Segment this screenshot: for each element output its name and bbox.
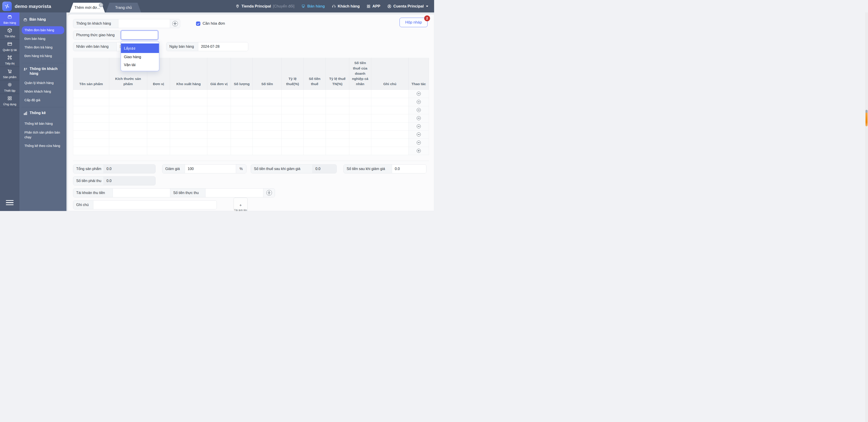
table-cell[interactable] (253, 122, 281, 131)
table-cell[interactable] (109, 147, 147, 155)
remove-row-icon[interactable] (417, 116, 421, 120)
table-cell[interactable] (326, 122, 349, 131)
table-cell[interactable] (73, 98, 109, 106)
table-cell[interactable] (349, 131, 371, 139)
table-cell[interactable] (147, 131, 170, 139)
table-cell[interactable] (349, 98, 371, 106)
table-cell[interactable] (170, 98, 207, 106)
table-cell[interactable] (326, 147, 349, 155)
table-cell[interactable] (73, 106, 109, 114)
table-cell[interactable] (371, 106, 409, 114)
table-cell[interactable] (304, 147, 326, 155)
table-cell[interactable] (371, 90, 409, 98)
table-cell[interactable] (170, 122, 207, 131)
table-cell[interactable] (304, 106, 326, 114)
table-cell[interactable] (207, 139, 230, 147)
sidebar-item[interactable]: Phân tích sản phẩm bán chạy (22, 129, 64, 141)
delivery-method-input[interactable] (121, 31, 158, 39)
upload-image-button[interactable]: + Tải ảnh lên (234, 198, 248, 211)
table-cell[interactable] (281, 90, 304, 98)
table-cell[interactable] (147, 98, 170, 106)
table-cell[interactable] (170, 90, 207, 98)
rail-item-command[interactable]: Tiếp thị (0, 53, 20, 67)
rail-item-cart[interactable]: Sản phẩm (0, 67, 20, 80)
add-row-icon[interactable] (417, 149, 421, 153)
delivery-option[interactable]: Vận tải (121, 61, 159, 69)
add-payment-button[interactable] (263, 189, 275, 197)
table-cell[interactable] (170, 147, 207, 155)
table-cell[interactable] (207, 147, 230, 155)
table-cell[interactable] (349, 147, 371, 155)
table-cell[interactable] (304, 139, 326, 147)
row-action-cell[interactable] (409, 114, 429, 122)
table-cell[interactable] (326, 106, 349, 114)
nav-app[interactable]: APP (367, 4, 380, 9)
table-cell[interactable] (326, 139, 349, 147)
table-cell[interactable] (230, 106, 253, 114)
table-cell[interactable] (349, 139, 371, 147)
sidebar-item[interactable]: Đơn bán hàng (22, 35, 64, 43)
tab-new-order[interactable]: Thêm mới đơ... ✕ (70, 3, 105, 12)
table-cell[interactable] (230, 131, 253, 139)
invoice-checkbox[interactable] (196, 22, 200, 26)
table-cell[interactable] (253, 98, 281, 106)
table-cell[interactable] (230, 90, 253, 98)
table-cell[interactable] (207, 90, 230, 98)
table-cell[interactable] (371, 139, 409, 147)
table-cell[interactable] (207, 131, 230, 139)
table-cell[interactable] (230, 114, 253, 122)
table-cell[interactable] (304, 122, 326, 131)
table-cell[interactable] (281, 106, 304, 114)
sale-date-input[interactable]: 2024-07-28 (198, 43, 248, 51)
table-cell[interactable] (147, 114, 170, 122)
sidebar-item[interactable]: Cấp độ giá (22, 96, 64, 104)
row-action-cell[interactable] (409, 147, 429, 155)
amount-after-discount-input[interactable]: 0.0 (392, 165, 426, 173)
table-cell[interactable] (230, 98, 253, 106)
table-cell[interactable] (253, 90, 281, 98)
table-cell[interactable] (304, 114, 326, 122)
delivery-option[interactable]: Lấyเอง (121, 44, 159, 53)
discount-input[interactable]: 100 (185, 165, 236, 173)
table-cell[interactable] (109, 106, 147, 114)
row-action-cell[interactable] (409, 131, 429, 139)
table-cell[interactable] (281, 114, 304, 122)
table-cell[interactable] (281, 98, 304, 106)
note-input[interactable] (93, 201, 217, 209)
table-cell[interactable] (147, 106, 170, 114)
table-cell[interactable] (207, 98, 230, 106)
delivery-option[interactable]: Giao hàng (121, 53, 159, 61)
table-cell[interactable] (109, 139, 147, 147)
table-cell[interactable] (170, 114, 207, 122)
table-cell[interactable] (73, 131, 109, 139)
table-cell[interactable] (281, 122, 304, 131)
table-cell[interactable] (371, 147, 409, 155)
remove-row-icon[interactable] (417, 92, 421, 96)
sidebar-item[interactable]: Thống kê theo cửa hàng (22, 142, 64, 150)
table-cell[interactable] (230, 139, 253, 147)
table-cell[interactable] (147, 147, 170, 155)
table-cell[interactable] (371, 122, 409, 131)
table-cell[interactable] (371, 131, 409, 139)
rail-item-cube[interactable]: Tồn kho (0, 26, 20, 39)
sidebar-item[interactable]: Nhóm khách hàng (22, 88, 64, 95)
remove-row-icon[interactable] (417, 124, 421, 129)
tab-close-icon[interactable]: ✕ (99, 3, 103, 7)
table-cell[interactable] (109, 122, 147, 131)
table-cell[interactable] (253, 114, 281, 122)
table-cell[interactable] (349, 114, 371, 122)
row-action-cell[interactable] (409, 98, 429, 106)
sidebar-item[interactable]: Thống kê bán hàng (22, 120, 64, 128)
remove-row-icon[interactable] (417, 133, 421, 137)
table-cell[interactable] (73, 114, 109, 122)
table-cell[interactable] (109, 131, 147, 139)
table-cell[interactable] (147, 139, 170, 147)
table-cell[interactable] (253, 131, 281, 139)
tab-home[interactable]: Trang chủ (106, 3, 141, 12)
table-cell[interactable] (147, 90, 170, 98)
nav-sales[interactable]: Bán hàng (301, 4, 325, 9)
table-cell[interactable] (326, 131, 349, 139)
table-cell[interactable] (326, 98, 349, 106)
row-action-cell[interactable] (409, 90, 429, 98)
table-cell[interactable] (73, 139, 109, 147)
